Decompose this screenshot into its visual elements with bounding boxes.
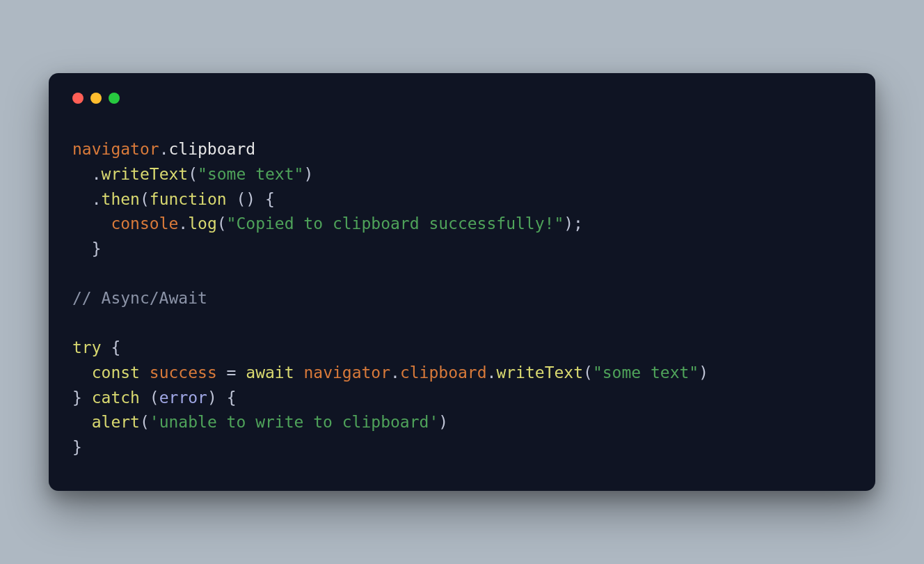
- token-semi: ;: [573, 214, 583, 233]
- token-lparen: (: [150, 389, 159, 407]
- window-controls: [72, 93, 852, 104]
- token-rparen: ): [564, 214, 573, 233]
- token-indent: [72, 240, 92, 258]
- token-lparen: (: [140, 190, 150, 208]
- token-rparen: ): [699, 363, 708, 382]
- code-block: navigator.clipboard .writeText("some tex…: [72, 137, 852, 460]
- token-console: console: [111, 214, 178, 233]
- token-rparen: ): [303, 165, 313, 183]
- token-dot: .: [390, 363, 400, 382]
- token-rbrace: }: [72, 389, 82, 407]
- token-then: then: [102, 190, 140, 208]
- token-clipboard: clipboard: [168, 140, 255, 158]
- token-space: [294, 363, 304, 382]
- token-string-copied: "Copied to clipboard successfully!": [227, 214, 564, 233]
- token-space: [236, 363, 246, 382]
- token-lparen: (: [188, 165, 198, 183]
- token-await: await: [246, 363, 294, 382]
- minimize-icon[interactable]: [90, 93, 102, 104]
- token-dot: .: [178, 214, 188, 233]
- token-alert: alert: [92, 413, 140, 431]
- token-space: [82, 389, 92, 407]
- token-lparen: (: [583, 363, 593, 382]
- token-success: success: [150, 363, 217, 382]
- token-dot: .: [159, 140, 169, 158]
- token-lbrace: {: [111, 338, 120, 357]
- close-icon[interactable]: [72, 93, 83, 104]
- token-rparen: ): [207, 389, 217, 407]
- token-rbrace: }: [92, 240, 102, 258]
- token-indent: [72, 214, 111, 233]
- token-try: try: [72, 338, 102, 357]
- token-rparen: ): [246, 190, 255, 208]
- token-comment-async: // Async/Await: [72, 289, 207, 307]
- token-space: [102, 338, 111, 357]
- token-indent: [72, 413, 92, 431]
- token-lparen: (: [140, 413, 150, 431]
- token-string-some-text: "some text": [593, 363, 699, 382]
- token-string-some-text: "some text": [198, 165, 303, 183]
- token-lparen: (: [236, 190, 246, 208]
- token-space: [227, 190, 237, 208]
- token-catch: catch: [92, 389, 140, 407]
- token-writeText: writeText: [496, 363, 583, 382]
- token-lparen: (: [217, 214, 227, 233]
- token-error: error: [159, 389, 207, 407]
- code-window: navigator.clipboard .writeText("some tex…: [49, 73, 875, 490]
- token-dot: .: [92, 165, 102, 183]
- token-dot: .: [487, 363, 497, 382]
- token-string-unable: 'unable to write to clipboard': [150, 413, 438, 431]
- token-rbrace: }: [72, 438, 82, 456]
- token-function: function: [150, 190, 227, 208]
- token-writeText: writeText: [102, 165, 189, 183]
- token-log: log: [188, 214, 217, 233]
- token-navigator: navigator: [303, 363, 390, 382]
- token-const: const: [92, 363, 140, 382]
- token-equals: =: [227, 363, 237, 382]
- token-indent: [72, 190, 92, 208]
- token-navigator: navigator: [72, 140, 159, 158]
- token-space: [140, 363, 150, 382]
- token-lbrace: {: [227, 389, 237, 407]
- token-dot: .: [92, 190, 102, 208]
- token-rparen: ): [438, 413, 448, 431]
- token-space: [255, 190, 265, 208]
- token-space: [217, 363, 227, 382]
- token-indent: [72, 165, 92, 183]
- token-lbrace: {: [265, 190, 275, 208]
- zoom-icon[interactable]: [109, 93, 120, 104]
- token-clipboard: clipboard: [400, 363, 487, 382]
- token-space: [217, 389, 227, 407]
- token-indent: [72, 363, 92, 382]
- token-space: [140, 389, 150, 407]
